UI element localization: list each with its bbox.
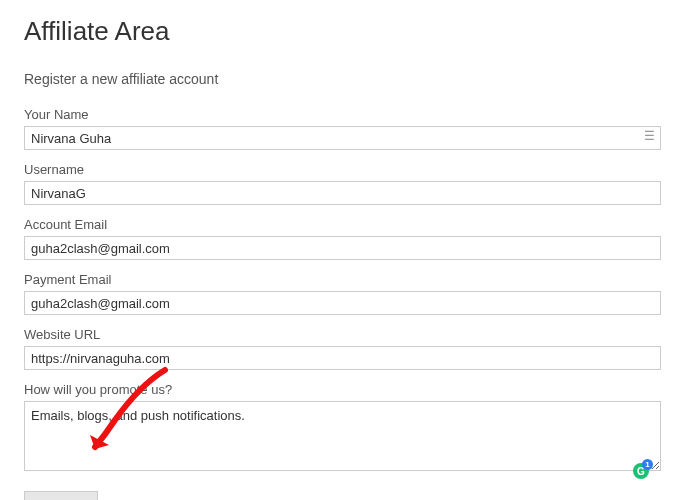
label-account-email: Account Email <box>24 217 661 232</box>
input-your-name[interactable] <box>24 126 661 150</box>
autofill-icon: ☰ <box>644 129 655 143</box>
grammarly-icon[interactable]: G 1 <box>633 463 651 481</box>
page-subtitle: Register a new affiliate account <box>24 71 661 87</box>
input-username[interactable] <box>24 181 661 205</box>
input-website-url[interactable] <box>24 346 661 370</box>
label-payment-email: Payment Email <box>24 272 661 287</box>
label-your-name: Your Name <box>24 107 661 122</box>
textarea-promote[interactable] <box>24 401 661 471</box>
input-payment-email[interactable] <box>24 291 661 315</box>
grammarly-badge: 1 <box>642 459 653 470</box>
register-button[interactable]: Register <box>24 491 98 500</box>
page-title: Affiliate Area <box>24 16 661 47</box>
label-username: Username <box>24 162 661 177</box>
input-account-email[interactable] <box>24 236 661 260</box>
label-promote: How will you promote us? <box>24 382 661 397</box>
label-website-url: Website URL <box>24 327 661 342</box>
